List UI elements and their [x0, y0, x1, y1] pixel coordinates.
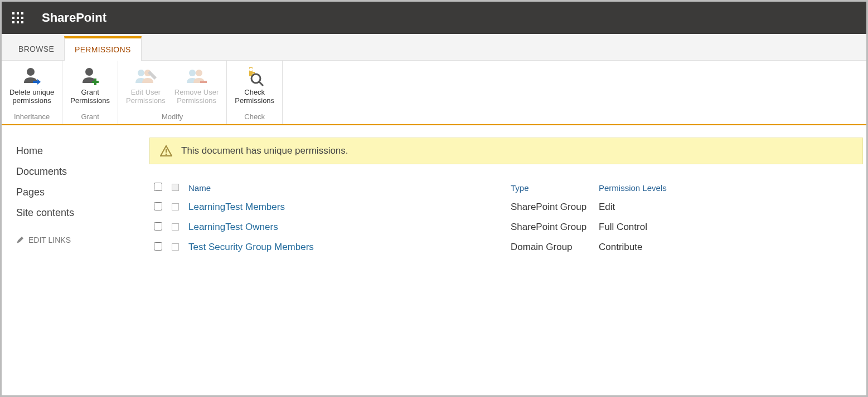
edit-links-label: EDIT LINKS [28, 236, 71, 244]
principal-link[interactable]: LearningTest Members [188, 202, 285, 212]
edit-user-label: Edit User Permissions [126, 89, 166, 105]
nav-home[interactable]: Home [16, 141, 149, 161]
user-plus-icon [79, 65, 101, 86]
svg-rect-17 [200, 81, 207, 83]
row-checkbox[interactable] [154, 202, 162, 210]
edit-row-icon[interactable] [172, 203, 179, 210]
tab-permissions[interactable]: PERMISSIONS [64, 36, 142, 61]
svg-rect-6 [12, 21, 14, 23]
nav-pages[interactable]: Pages [16, 182, 149, 203]
permissions-table: Name Type Permission Levels LearningTest… [149, 178, 863, 258]
select-all-checkbox[interactable] [154, 183, 162, 191]
col-header-name[interactable]: Name [185, 179, 506, 197]
suite-bar: SharePoint [2, 2, 866, 34]
row-checkbox[interactable] [154, 242, 162, 251]
edit-user-permissions-button[interactable]: Edit User Permissions [122, 63, 170, 111]
notice-text: This document has unique permissions. [181, 145, 348, 156]
svg-point-21 [251, 74, 260, 83]
notice-bar: This document has unique permissions. [149, 138, 863, 164]
table-row: LearningTest Owners SharePoint Group Ful… [151, 218, 862, 237]
svg-point-13 [138, 70, 144, 76]
principal-link[interactable]: Test Security Group Members [188, 242, 314, 252]
svg-point-15 [189, 70, 196, 76]
users-minus-icon [185, 65, 209, 86]
edit-header-icon [172, 184, 179, 191]
grant-permissions-button[interactable]: Grant Permissions [66, 63, 114, 111]
svg-rect-3 [12, 17, 14, 19]
svg-rect-0 [12, 12, 14, 14]
main-content: This document has unique permissions. Na… [149, 125, 866, 258]
table-row: Test Security Group Members Domain Group… [151, 238, 862, 257]
table-row: LearningTest Members SharePoint Group Ed… [151, 198, 862, 217]
principal-type: SharePoint Group [507, 218, 594, 237]
ribbon-group-inheritance: Delete unique permissions Inheritance [2, 61, 62, 124]
svg-rect-8 [21, 21, 23, 23]
tab-browse[interactable]: BROWSE [8, 38, 64, 60]
left-navigation: Home Documents Pages Site contents EDIT … [2, 125, 149, 258]
ribbon-group-check: Check Permissions Check [227, 61, 283, 124]
ribbon-group-label-grant: Grant [66, 111, 114, 123]
col-header-type[interactable]: Type [507, 179, 594, 197]
permission-level: Full Control [595, 218, 862, 237]
edit-row-icon[interactable] [172, 243, 179, 251]
svg-point-16 [196, 70, 202, 76]
check-label: Check Permissions [235, 89, 274, 105]
pencil-icon [16, 236, 24, 244]
nav-site-contents[interactable]: Site contents [16, 203, 149, 223]
key-magnifier-icon [244, 65, 266, 86]
svg-point-19 [249, 68, 253, 71]
ribbon: Delete unique permissions Inheritance [2, 61, 866, 125]
permission-level: Edit [595, 198, 862, 217]
delete-unique-label: Delete unique permissions [9, 89, 54, 105]
principal-link[interactable]: LearningTest Owners [188, 222, 278, 232]
users-pencil-icon [133, 65, 158, 86]
row-checkbox[interactable] [154, 222, 162, 231]
warning-icon [160, 145, 172, 157]
delete-unique-permissions-button[interactable]: Delete unique permissions [5, 63, 59, 111]
ribbon-group-grant: Grant Permissions Grant [62, 61, 118, 124]
app-title: SharePoint [42, 11, 106, 25]
user-arrow-icon [21, 65, 43, 86]
ribbon-group-modify: Edit User Permissions Remove User Permis… [118, 61, 227, 124]
svg-rect-2 [21, 12, 23, 14]
svg-point-9 [27, 68, 35, 76]
principal-type: Domain Group [507, 238, 594, 257]
remove-user-permissions-button[interactable]: Remove User Permissions [170, 63, 223, 111]
ribbon-tabs: BROWSE PERMISSIONS [2, 34, 866, 61]
svg-point-10 [85, 68, 93, 76]
col-header-levels[interactable]: Permission Levels [595, 179, 862, 197]
principal-type: SharePoint Group [507, 198, 594, 217]
svg-rect-7 [17, 21, 19, 23]
svg-rect-12 [92, 81, 99, 83]
waffle-icon [12, 12, 23, 23]
nav-documents[interactable]: Documents [16, 161, 149, 182]
ribbon-group-label-modify: Modify [122, 111, 223, 123]
svg-rect-1 [17, 12, 19, 14]
edit-links-button[interactable]: EDIT LINKS [16, 236, 149, 244]
app-launcher-button[interactable] [2, 2, 34, 34]
edit-row-icon[interactable] [172, 223, 179, 231]
ribbon-group-label-check: Check [230, 111, 279, 123]
svg-rect-4 [17, 17, 19, 19]
remove-user-label: Remove User Permissions [174, 89, 219, 105]
svg-point-24 [166, 154, 167, 155]
grant-label: Grant Permissions [70, 89, 110, 105]
check-permissions-button[interactable]: Check Permissions [230, 63, 279, 111]
ribbon-group-label-inheritance: Inheritance [5, 111, 59, 123]
svg-rect-20 [253, 72, 255, 73]
svg-rect-5 [21, 17, 23, 19]
permission-level: Contribute [595, 238, 862, 257]
svg-line-22 [259, 82, 263, 86]
